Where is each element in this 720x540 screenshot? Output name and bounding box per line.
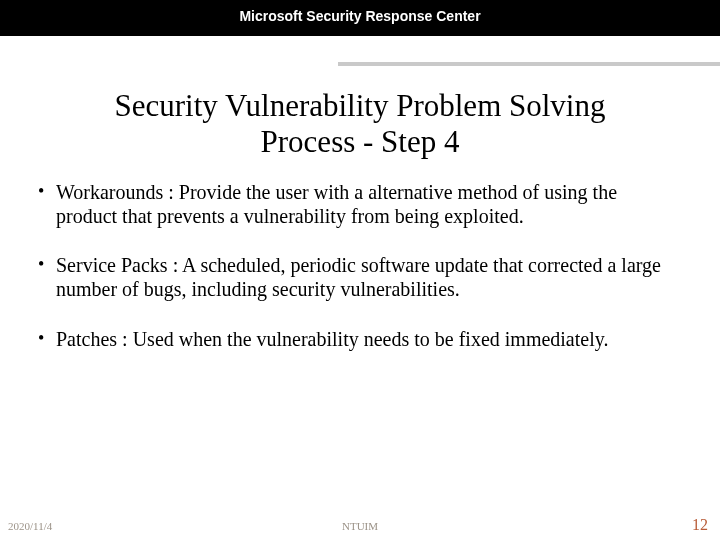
header-bar: Microsoft Security Response Center (0, 0, 720, 36)
header-title: Microsoft Security Response Center (0, 8, 720, 24)
slide-title-line2: Process - Step 4 (261, 124, 460, 159)
bullet-item: Service Packs : A scheduled, periodic so… (56, 254, 672, 301)
bullet-item: Workarounds : Provide the user with a al… (56, 181, 672, 228)
bullet-list: Workarounds : Provide the user with a al… (0, 181, 720, 351)
slide-title-line1: Security Vulnerability Problem Solving (115, 88, 606, 123)
footer-page-number: 12 (692, 516, 708, 534)
slide-title: Security Vulnerability Problem Solving P… (0, 88, 720, 159)
footer-center: NTUIM (0, 520, 720, 532)
bullet-item: Patches : Used when the vulnerability ne… (56, 328, 672, 352)
header-accent-shadow (338, 62, 720, 66)
header-accent (0, 36, 720, 70)
